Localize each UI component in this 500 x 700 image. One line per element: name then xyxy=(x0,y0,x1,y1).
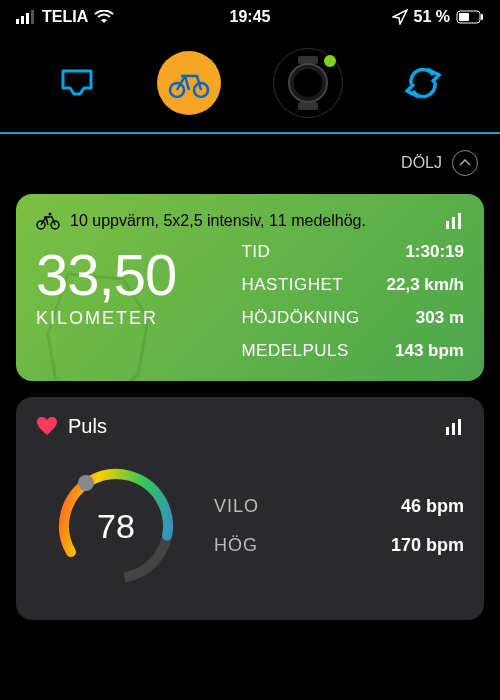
battery-icon xyxy=(456,10,484,24)
nav-tabs xyxy=(0,30,500,134)
stat-elev-label: HÖJDÖKNING xyxy=(241,308,359,328)
cycling-icon xyxy=(36,212,60,230)
svg-rect-2 xyxy=(26,13,29,24)
high-hr-val: 170 bpm xyxy=(391,535,464,556)
stat-speed-val: 22,3 km/h xyxy=(387,275,465,295)
hide-label: DÖLJ xyxy=(401,154,442,172)
chevron-up-icon xyxy=(452,150,478,176)
activity-title: 10 uppvärm, 5x2,5 intensiv, 11 medelhög. xyxy=(70,212,366,230)
svg-rect-10 xyxy=(298,102,318,110)
svg-point-15 xyxy=(49,213,52,216)
heart-rate-card[interactable]: Puls 78 xyxy=(16,397,484,620)
rest-hr-val: 46 bpm xyxy=(401,496,464,517)
heart-icon xyxy=(36,417,58,437)
stat-time-label: TID xyxy=(241,242,270,262)
signal-icon xyxy=(16,10,36,24)
chart-icon[interactable] xyxy=(444,419,464,435)
heart-title: Puls xyxy=(68,415,107,438)
activity-card[interactable]: 10 uppvärm, 5x2,5 intensiv, 11 medelhög.… xyxy=(16,194,484,381)
stat-avghr-label: MEDELPULS xyxy=(241,341,348,361)
stat-time-val: 1:30:19 xyxy=(405,242,464,262)
location-icon xyxy=(392,9,408,25)
svg-rect-21 xyxy=(458,419,461,435)
tab-bike-active[interactable] xyxy=(157,51,221,115)
heart-rate-gauge: 78 xyxy=(36,456,196,596)
current-hr: 78 xyxy=(97,507,135,546)
svg-rect-18 xyxy=(458,213,461,229)
battery-percent: 51 % xyxy=(414,8,450,26)
device-status-dot xyxy=(324,55,336,67)
rest-hr-label: VILO xyxy=(214,496,259,517)
svg-point-24 xyxy=(78,475,94,491)
chart-icon[interactable] xyxy=(444,213,464,229)
stat-elev-val: 303 m xyxy=(416,308,464,328)
svg-rect-16 xyxy=(446,221,449,229)
distance-unit: KILOMETER xyxy=(36,308,241,329)
tab-sync[interactable] xyxy=(396,56,450,110)
svg-point-12 xyxy=(294,69,322,97)
svg-rect-5 xyxy=(459,13,469,21)
tab-device[interactable] xyxy=(273,48,343,118)
wifi-icon xyxy=(94,10,114,24)
svg-rect-9 xyxy=(298,56,318,64)
clock: 19:45 xyxy=(230,8,271,26)
carrier-label: TELIA xyxy=(42,8,88,26)
svg-rect-1 xyxy=(21,16,24,24)
svg-rect-6 xyxy=(481,14,483,20)
distance-value: 33,50 xyxy=(36,246,241,304)
svg-rect-19 xyxy=(446,427,449,435)
hide-toggle[interactable]: DÖLJ xyxy=(0,134,500,186)
svg-rect-3 xyxy=(31,10,34,24)
svg-rect-20 xyxy=(452,423,455,435)
status-bar: TELIA 19:45 51 % xyxy=(0,0,500,30)
high-hr-label: HÖG xyxy=(214,535,258,556)
tab-inbox[interactable] xyxy=(50,56,104,110)
stat-avghr-val: 143 bpm xyxy=(395,341,464,361)
svg-rect-17 xyxy=(452,217,455,229)
svg-rect-0 xyxy=(16,19,19,24)
stat-speed-label: HASTIGHET xyxy=(241,275,343,295)
